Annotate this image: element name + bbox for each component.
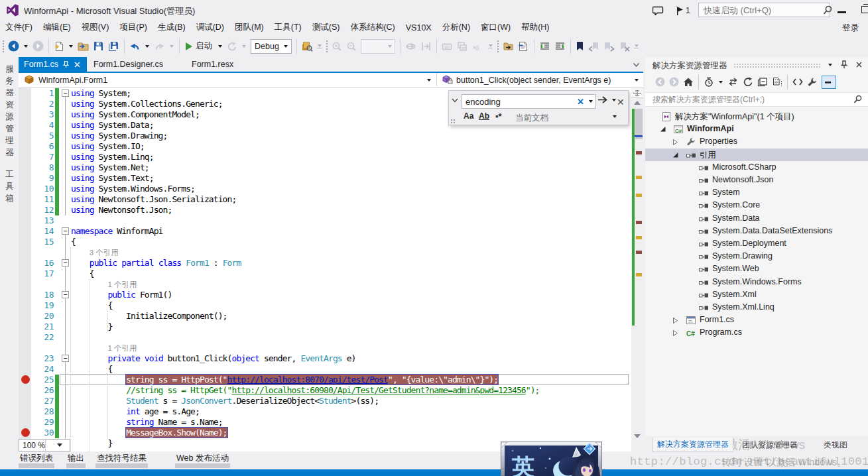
find-overflow-dropdown[interactable] — [317, 44, 322, 48]
intellisense-overflow-dropdown[interactable] — [488, 44, 493, 48]
tab-team-explorer[interactable]: 团队资源管理器 — [738, 438, 802, 452]
menu-12[interactable]: 分析(N) — [437, 19, 475, 36]
menu-11[interactable]: VS10X — [401, 21, 437, 35]
code-editor[interactable]: 1using System;2using System.Collections.… — [19, 88, 631, 451]
tree-item-system[interactable]: System — [645, 186, 868, 199]
bottom-tab-2[interactable]: 输出 — [68, 453, 84, 464]
game-ad-banner[interactable]: 英 — [501, 442, 602, 476]
restart-button[interactable] — [225, 38, 239, 54]
close-tab-icon[interactable] — [74, 62, 80, 68]
find-history-dropdown[interactable] — [589, 100, 593, 103]
undo-button[interactable] — [128, 38, 142, 54]
expander-open-icon[interactable] — [660, 126, 666, 133]
fold-collapse-box[interactable] — [62, 89, 69, 97]
comment-selection-button[interactable] — [501, 38, 515, 54]
list-members-button[interactable]: a{} — [471, 38, 485, 54]
menu-7[interactable]: 团队(M) — [229, 19, 269, 36]
menu-13[interactable]: 窗口(W) — [475, 19, 516, 36]
restore-button[interactable] — [861, 6, 868, 13]
refresh-button[interactable] — [741, 74, 755, 90]
tab-form1-designer-cs[interactable]: Form1.Designer.cs — [88, 57, 171, 72]
find-next-dropdown[interactable] — [612, 99, 616, 101]
minimize-button[interactable] — [837, 11, 846, 13]
restart-dropdown[interactable] — [242, 45, 246, 48]
tree-item-properties[interactable]: Properties — [645, 135, 868, 148]
new-file-button[interactable] — [52, 38, 66, 54]
menu-14[interactable]: 帮助(H) — [516, 19, 554, 36]
tree-item-system-xml[interactable]: System.Xml — [645, 288, 868, 301]
zoom-out-button[interactable] — [345, 38, 358, 54]
fold-collapse-box[interactable] — [62, 291, 69, 298]
clear-find-icon[interactable]: ✕ — [575, 97, 586, 107]
tree-item-program-cs[interactable]: C#Program.cs — [645, 326, 868, 339]
se-forward-button[interactable] — [668, 74, 680, 90]
member-dropdown-arrow[interactable] — [635, 79, 639, 82]
bottom-tab-3[interactable]: 查找符号结果 — [97, 453, 147, 464]
tree-item-[interactable]: 引用 — [645, 149, 868, 161]
navigate-to-definition-button[interactable] — [404, 38, 418, 54]
quick-launch-input[interactable] — [699, 5, 823, 15]
match-whole-word-toggle[interactable]: Ab — [479, 111, 489, 121]
previous-bookmark-button[interactable] — [587, 38, 601, 54]
scroll-up-arrow[interactable] — [634, 101, 641, 105]
codelens-references[interactable]: 1 个引用 — [107, 279, 137, 290]
se-back-button[interactable] — [654, 74, 666, 90]
menu-3[interactable]: 视图(V) — [76, 19, 115, 36]
save-all-button[interactable] — [106, 38, 121, 54]
close-find-icon[interactable]: ✕ — [617, 97, 625, 107]
tree-item-system-deployment[interactable]: System.Deployment — [645, 237, 868, 250]
next-bookmark-button[interactable] — [602, 38, 616, 54]
bottom-tab-4[interactable]: Web 发布活动 — [176, 453, 229, 464]
toggle-bookmark-button[interactable] — [574, 38, 586, 54]
tab-solution-explorer[interactable]: 解决方案资源管理器 — [652, 438, 733, 452]
breakpoint-dot[interactable] — [21, 428, 30, 437]
type-dropdown-value[interactable]: WinformApi.Form1 — [38, 76, 107, 85]
fold-collapse-box[interactable] — [62, 355, 69, 362]
editor-zoom-control[interactable]: 100 % — [19, 439, 70, 451]
menu-8[interactable]: 工具(T) — [269, 19, 307, 36]
tree-item-system-data[interactable]: System.Data — [645, 212, 868, 225]
toolbox-vertical-tab[interactable]: 工具箱 — [5, 168, 15, 204]
toolbar-grip[interactable] — [1, 39, 4, 54]
se-home-button[interactable] — [682, 74, 695, 90]
solution-configuration-combo[interactable]: Debug — [251, 39, 292, 54]
type-dropdown-arrow[interactable] — [427, 79, 431, 82]
uncomment-selection-button[interactable] — [517, 38, 530, 54]
open-file-button[interactable] — [76, 38, 91, 54]
match-braces-button[interactable] — [419, 38, 433, 54]
menu-2[interactable]: 编辑(E) — [38, 19, 76, 36]
tree-item-microsoft-csharp[interactable]: Microsoft.CSharp — [645, 161, 868, 174]
filter-dropdown[interactable] — [719, 81, 723, 84]
solution-explorer-header[interactable]: 解决方案资源管理器 — [645, 57, 868, 73]
server-explorer-vertical-tab[interactable]: 服务器资源管理器 — [5, 63, 15, 158]
search-icon[interactable] — [823, 5, 833, 15]
new-file-dropdown[interactable] — [69, 45, 73, 48]
properties-button[interactable] — [806, 74, 819, 90]
menu-4[interactable]: 项目(P) — [114, 19, 153, 36]
find-panel-grip[interactable] — [450, 119, 456, 124]
expander-closed-icon[interactable] — [672, 329, 679, 337]
tab-form1-resx[interactable]: Form1.resx — [186, 57, 246, 72]
sign-in-link[interactable]: 登录 — [842, 23, 859, 34]
solution-search-box[interactable]: 搜索解决方案资源管理器(Ctrl+;) — [645, 92, 868, 107]
menu-9[interactable]: 测试(S) — [307, 19, 345, 36]
editor-vertical-scrollbar[interactable] — [631, 88, 643, 451]
toolbar-grip[interactable] — [496, 39, 499, 54]
tree-item-newtonsoft-json[interactable]: Newtonsoft.Json — [645, 174, 868, 186]
tree-item-system-web[interactable]: System.Web — [645, 263, 868, 275]
window-position-dropdown[interactable] — [828, 64, 832, 66]
find-input[interactable] — [462, 97, 575, 107]
navigate-forward-button[interactable] — [31, 38, 45, 54]
tree-item-system-windows-forms[interactable]: System.Windows.Forms — [645, 276, 868, 288]
navigate-backward-button[interactable] — [7, 38, 21, 54]
expander-closed-icon[interactable] — [672, 317, 679, 324]
search-icon[interactable] — [853, 95, 863, 104]
codelens-references[interactable]: 3 个引用 — [90, 247, 119, 258]
tab-form1-cs[interactable]: Form1.cs — [19, 57, 87, 72]
tab-class-view[interactable]: 类视图 — [820, 438, 851, 452]
show-all-files-button[interactable] — [771, 74, 784, 90]
zoom-level-combo[interactable] — [361, 39, 395, 54]
expander-open-icon[interactable] — [672, 152, 679, 158]
breakpoint-dot[interactable] — [21, 375, 30, 384]
tree-item-system-data-datasetextensions[interactable]: System.Data.DataSetExtensions — [645, 225, 868, 237]
